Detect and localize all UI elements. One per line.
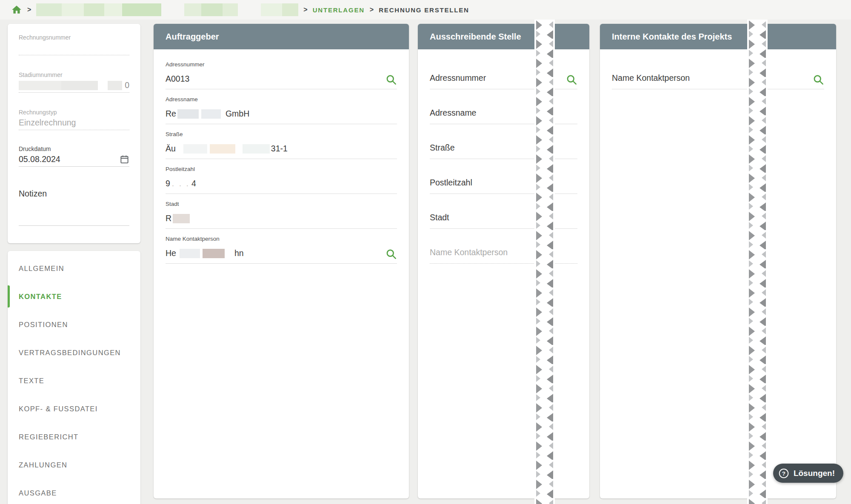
- chevron-right-icon: >: [303, 6, 307, 14]
- adressnummer-label: Adressnummer: [166, 61, 205, 68]
- panel-auftraggeber-title: Auftraggeber: [154, 24, 409, 49]
- home-icon[interactable]: [11, 4, 22, 15]
- strasse-label: Straße: [166, 131, 183, 137]
- stadt-value: R: [166, 214, 191, 223]
- stadiumnummer-label: Stadiumnummer: [19, 71, 129, 78]
- field-notizen: Notizen: [19, 189, 129, 226]
- search-icon[interactable]: [813, 74, 824, 85]
- field-rechnungsnummer: Rechnungsnummer: [19, 34, 129, 55]
- redacted-breadcrumb-block: [223, 3, 238, 16]
- search-icon[interactable]: [386, 248, 397, 260]
- redacted-block: [201, 109, 221, 119]
- breadcrumb-current-page: RECHNUNG ERSTELLEN: [379, 6, 469, 14]
- field-postleitzahl[interactable]: Postleitzahl: [430, 159, 577, 194]
- nav-item-texte[interactable]: TEXTE: [8, 367, 140, 395]
- field-adressname[interactable]: Adressname Re GmbH: [166, 89, 397, 124]
- adressname-prefix: Re: [166, 109, 176, 119]
- stadt-label: Stadt: [166, 201, 179, 207]
- panel-interne-kontakte: Interne Kontakte des Projekts Name Konta…: [600, 24, 836, 498]
- rechnungstyp-value: Einzelrechnung: [19, 118, 76, 128]
- redacted-breadcrumb-block: [201, 3, 223, 16]
- adressname-label: Adressname: [166, 96, 198, 103]
- field-strasse[interactable]: Straße: [430, 124, 577, 159]
- kontaktperson-text: Name Kontaktperson: [612, 73, 690, 83]
- redacted-breadcrumb-block: [36, 3, 62, 16]
- redacted-block: [210, 144, 235, 154]
- chevron-right-icon: >: [370, 6, 374, 14]
- panel-interne-title: Interne Kontakte des Projekts: [600, 24, 836, 49]
- nav-item-zahlungen[interactable]: ZAHLUNGEN: [8, 451, 140, 479]
- field-druckdatum: Druckdatum 05.08.2024: [19, 145, 129, 167]
- redacted-breadcrumb-block: [184, 3, 201, 16]
- strasse-value: Äu 31-1: [166, 144, 288, 154]
- field-adressname[interactable]: Adressname: [430, 89, 577, 124]
- search-icon[interactable]: [566, 74, 577, 85]
- field-name-kontaktperson[interactable]: Name Kontaktperson: [612, 54, 824, 89]
- field-name-kontaktperson[interactable]: Name Kontaktperson: [430, 229, 577, 264]
- field-adressnummer[interactable]: Adressnummer A0013: [166, 54, 397, 89]
- search-icon[interactable]: [386, 74, 397, 85]
- panel-ausschreibende-stelle: Ausschreibende Stelle Adressnummer Adres…: [418, 24, 589, 498]
- nav-item-allgemein[interactable]: ALLGEMEIN: [8, 254, 140, 282]
- strasse-prefix: Äu: [166, 144, 176, 154]
- redacted-block: [61, 81, 98, 90]
- invoice-meta-card: Rechnungsnummer Stadiumnummer 0 Rechnung…: [8, 24, 140, 243]
- redacted-block: [19, 81, 61, 90]
- nav-item-regiebericht[interactable]: REGIEBERICHT: [8, 423, 140, 451]
- nav-item-vertragsbedingungen[interactable]: VERTRAGSBEDINGUNGEN: [8, 339, 140, 367]
- help-button[interactable]: ? Lösungen!: [773, 464, 843, 483]
- redacted-breadcrumb-block: [261, 3, 282, 16]
- nav-item-ausgabe[interactable]: AUSGABE: [8, 479, 140, 504]
- redacted-breadcrumb-block: [122, 3, 161, 16]
- redacted-block: [203, 249, 225, 258]
- field-adressnummer[interactable]: Adressnummer: [430, 54, 577, 89]
- postleitzahl-value: 9 . . . 4: [166, 179, 196, 188]
- redacted-breadcrumb-block: [282, 3, 298, 16]
- strasse-suffix: 31-1: [271, 144, 288, 154]
- breadcrumb-link-unterlagen[interactable]: UNTERLAGEN: [313, 6, 365, 14]
- redacted-digits: . . .: [172, 179, 190, 188]
- stadiumnummer-input: 0: [19, 78, 129, 93]
- postleitzahl-prefix: 9: [166, 179, 170, 188]
- adressnummer-value-text: A0013: [166, 74, 189, 84]
- section-nav: ALLGEMEIN KONTAKTE POSITIONEN VERTRAGSBE…: [8, 251, 140, 504]
- notizen-label: Notizen: [19, 189, 47, 198]
- druckdatum-value: 05.08.2024: [19, 154, 60, 164]
- chevron-right-icon: >: [27, 6, 31, 14]
- stadiumnummer-value: 0: [125, 80, 129, 90]
- redacted-breadcrumb-block: [104, 3, 122, 16]
- nav-item-positionen[interactable]: POSITIONEN: [8, 310, 140, 339]
- redacted-block: [183, 144, 207, 154]
- redacted-block: [173, 214, 190, 223]
- question-circle-icon: ?: [778, 468, 789, 479]
- field-rechnungstyp: Rechnungstyp Einzelrechnung: [19, 109, 129, 130]
- redacted-breadcrumb-block: [62, 3, 84, 16]
- redacted-block: [180, 249, 200, 258]
- kontaktperson-suffix: hn: [234, 248, 244, 258]
- adressname-suffix: GmbH: [226, 109, 249, 119]
- kontaktperson-label: Name Kontaktperson: [166, 236, 220, 242]
- field-postleitzahl[interactable]: Postleitzahl 9 . . . 4: [166, 159, 397, 194]
- field-stadt[interactable]: Stadt: [430, 194, 577, 229]
- rechnungsnummer-label: Rechnungsnummer: [19, 34, 129, 41]
- help-button-label: Lösungen!: [794, 469, 835, 478]
- redacted-block: [243, 144, 270, 154]
- notizen-input[interactable]: [19, 199, 129, 226]
- nav-item-kontakte[interactable]: KONTAKTE: [8, 282, 140, 310]
- calendar-icon[interactable]: [120, 154, 129, 164]
- redacted-block: [177, 109, 199, 119]
- adressname-text: Adressname: [430, 108, 476, 118]
- rechnungstyp-input: Einzelrechnung: [19, 116, 129, 130]
- kontaktperson-value: He hn: [166, 248, 244, 258]
- kontaktperson-prefix: He: [166, 248, 176, 258]
- druckdatum-input[interactable]: 05.08.2024: [19, 152, 129, 167]
- redacted-block: [108, 81, 122, 90]
- field-name-kontaktperson[interactable]: Name Kontaktperson He hn: [166, 229, 397, 264]
- nav-item-kopf-fussdatei[interactable]: KOPF- & FUßDATEI: [8, 395, 140, 423]
- postleitzahl-text: Postleitzahl: [430, 178, 472, 188]
- adressname-value: Re GmbH: [166, 109, 249, 119]
- stadt-text: Stadt: [430, 213, 449, 222]
- field-stadt[interactable]: Stadt R: [166, 194, 397, 229]
- postleitzahl-suffix: 4: [191, 179, 196, 188]
- field-strasse[interactable]: Straße Äu 31-1: [166, 124, 397, 159]
